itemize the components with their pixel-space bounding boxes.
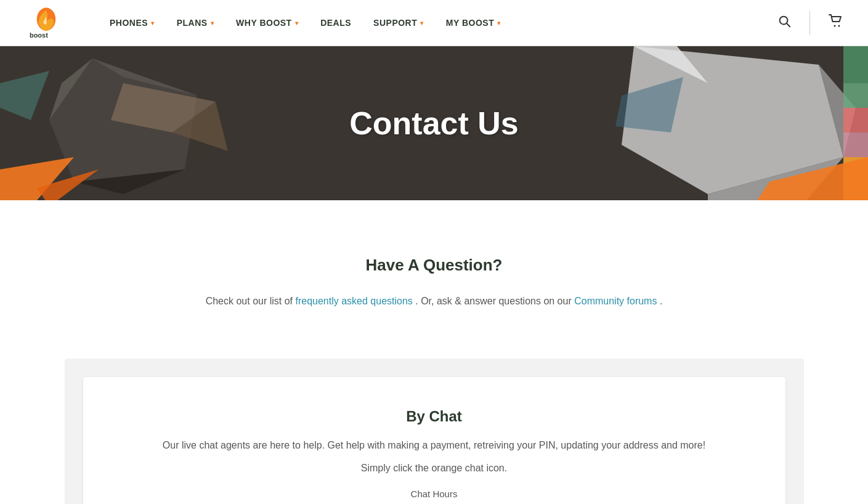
svg-rect-21: [843, 46, 868, 83]
chevron-down-icon: ▾: [211, 20, 214, 26]
svg-line-4: [787, 23, 790, 26]
svg-text:boost: boost: [30, 31, 48, 38]
chat-description: Our live chat agents are here to help. G…: [120, 437, 748, 453]
svg-rect-23: [843, 108, 868, 132]
nav-item-my-boost[interactable]: MY BOOST ▾: [435, 0, 512, 46]
chevron-down-icon: ▾: [497, 20, 501, 26]
svg-point-6: [838, 25, 840, 27]
question-text-end: .: [660, 296, 662, 306]
nav-links: PHONES ▾ PLANS ▾ WHY BOOST ▾ DEALS SUPPO…: [99, 0, 771, 46]
nav-label-support: SUPPORT: [373, 18, 417, 28]
logo[interactable]: boost mobile: [18, 6, 74, 40]
community-link[interactable]: Community forums: [574, 296, 657, 306]
chevron-down-icon: ▾: [420, 20, 424, 26]
svg-rect-24: [843, 132, 868, 157]
hero-right-decor: [585, 46, 868, 200]
hero-left-decor: [0, 46, 283, 200]
nav-item-plans[interactable]: PLANS ▾: [166, 0, 225, 46]
nav-label-plans: PLANS: [177, 18, 208, 28]
svg-rect-22: [843, 83, 868, 108]
chevron-down-icon: ▾: [151, 20, 155, 26]
page-title: Contact Us: [349, 105, 518, 142]
svg-marker-14: [0, 71, 49, 120]
nav-label-phones: PHONES: [110, 18, 148, 28]
main-content: Have A Question? Check out our list of f…: [157, 231, 712, 359]
chat-card: By Chat Our live chat agents are here to…: [83, 377, 785, 504]
nav-item-why-boost[interactable]: WHY BOOST ▾: [225, 0, 309, 46]
chat-section-wrapper: By Chat Our live chat agents are here to…: [65, 359, 804, 504]
nav-label-my-boost: MY BOOST: [446, 18, 494, 28]
nav-item-deals[interactable]: DEALS: [309, 0, 362, 46]
nav-right: [771, 10, 850, 35]
nav-divider: [809, 10, 810, 35]
navigation: boost mobile PHONES ▾ PLANS ▾ WHY BOOST …: [0, 0, 868, 46]
nav-label-why-boost: WHY BOOST: [236, 18, 292, 28]
chat-instruction: Simply click the orange chat icon.: [120, 463, 748, 474]
question-text-before: Check out our list of: [206, 296, 296, 306]
by-chat-title: By Chat: [120, 408, 748, 425]
nav-item-phones[interactable]: PHONES ▾: [99, 0, 166, 46]
question-paragraph: Check out our list of frequently asked q…: [169, 293, 699, 309]
chevron-down-icon: ▾: [295, 20, 299, 26]
question-text-middle: . Or, ask & answer questions on our: [415, 296, 574, 306]
chat-hours-label: Chat Hours: [120, 489, 748, 499]
hero-banner: Contact Us: [0, 46, 868, 200]
nav-label-deals: DEALS: [320, 18, 351, 28]
search-button[interactable]: [771, 11, 797, 35]
svg-point-5: [834, 25, 836, 27]
cart-button[interactable]: [822, 11, 850, 35]
nav-item-support[interactable]: SUPPORT ▾: [362, 0, 435, 46]
faq-link[interactable]: frequently asked questions: [295, 296, 412, 306]
have-question-heading: Have A Question?: [169, 256, 699, 275]
